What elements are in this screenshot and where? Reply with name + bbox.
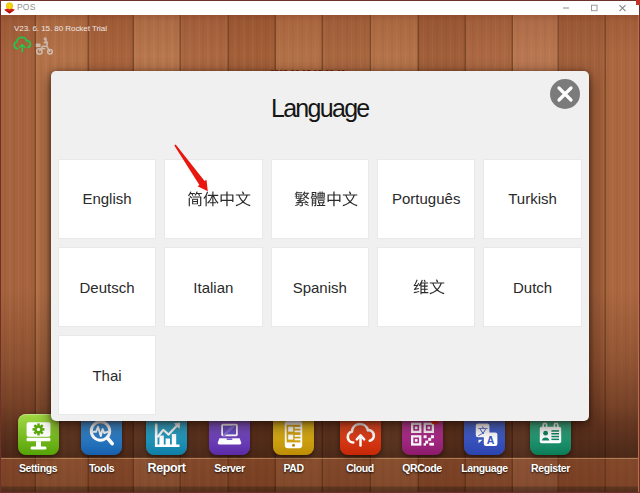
svg-text:A: A bbox=[487, 434, 495, 446]
